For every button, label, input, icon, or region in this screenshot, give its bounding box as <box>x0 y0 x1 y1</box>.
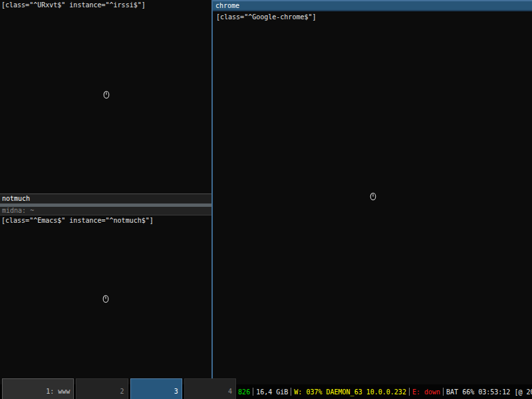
clock-icon <box>103 90 110 99</box>
swallow-criteria-text: [class="^Emacs$" instance="^notmuch$"] <box>0 215 211 225</box>
swallow-criteria-text: [class="^Google-chrome$"] <box>213 11 532 23</box>
workspace-label: 2 <box>120 388 124 395</box>
separator <box>291 388 291 396</box>
status-text: BAT 66% 03:53:12 [@ 20:19:11] 14,23W <box>446 388 532 396</box>
status-segment: W: 037% DAEMON_63 10.0.0.232 <box>288 388 406 396</box>
separator <box>253 388 253 396</box>
titlebar-terminal[interactable]: midna: ~ <box>0 207 211 215</box>
status-segment: E: down <box>406 388 440 396</box>
workspace-label: 3 <box>174 388 178 395</box>
status-segment: 16,4 GiB <box>250 388 288 396</box>
statusline: 826 16,4 GiB W: 037% DAEMON_63 10.0.0.23… <box>238 388 532 396</box>
clock-icon <box>102 295 109 303</box>
workspace-label: 4 <box>228 388 232 395</box>
titlebar-chrome[interactable]: chrome <box>213 0 532 11</box>
workspace-button[interactable]: 2 <box>76 378 128 399</box>
workspace-label: 1: www <box>46 388 70 395</box>
status-text: E: down <box>412 388 440 396</box>
status-text: 826 <box>238 388 250 396</box>
separator <box>443 388 444 396</box>
i3bar: 1: www 2 3 4 826 <box>0 384 532 399</box>
status-segment: 826 <box>238 388 250 396</box>
titlebar-notmuch[interactable]: notmuch <box>0 194 211 203</box>
workspace-button[interactable]: 1: www <box>2 378 74 399</box>
workspace-button[interactable]: 3 <box>130 378 182 399</box>
clock-icon <box>370 192 376 201</box>
workspace-button[interactable]: 4 <box>184 378 236 399</box>
i3-desktop: [class="^URxvt$" instance="^irssi$"] not… <box>0 0 532 399</box>
workspace-list: 1: www 2 3 4 <box>2 378 238 399</box>
swallow-criteria-text: [class="^URxvt$" instance="^irssi$"] <box>0 0 211 10</box>
status-segment: BAT 66% 03:53:12 [@ 20:19:11] 14,23W <box>440 388 532 396</box>
status-text: 16,4 GiB <box>256 388 288 396</box>
status-text: W: 037% DAEMON_63 10.0.0.232 <box>294 388 406 396</box>
separator <box>409 388 410 396</box>
